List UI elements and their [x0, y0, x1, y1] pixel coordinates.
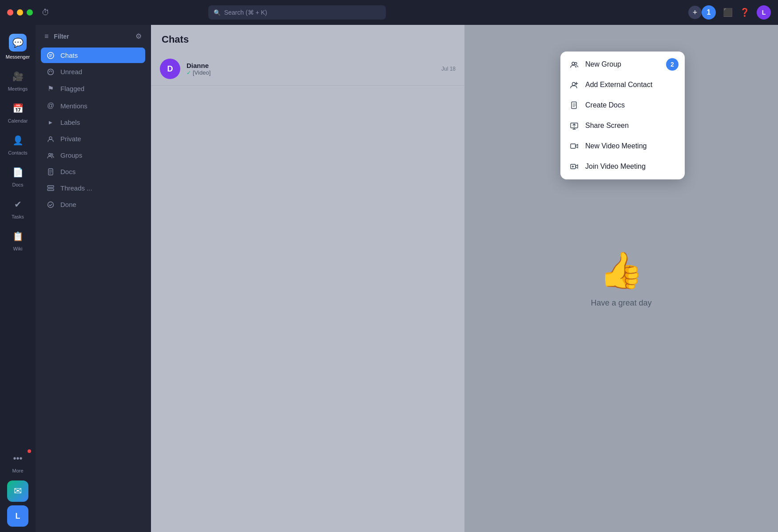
chat-list-title: Chats	[162, 34, 454, 45]
nav-item-flagged[interactable]: ⚑ Flagged	[41, 80, 145, 97]
sidebar-item-calendar[interactable]: 📅 Calendar	[2, 97, 34, 127]
svg-point-3	[49, 153, 51, 155]
svg-point-11	[572, 83, 576, 86]
nav-label-threads: Threads ...	[60, 184, 92, 192]
dropdown-item-new-video-meeting[interactable]: New Video Meeting	[560, 136, 685, 156]
nav-label-chats: Chats	[60, 52, 78, 59]
main-layout: 💬 Messenger 🎥 Meetings 📅 Calendar 👤 Cont…	[0, 0, 778, 532]
dropdown-item-create-docs[interactable]: Create Docs	[560, 95, 685, 115]
nav-item-groups[interactable]: Groups	[41, 147, 145, 163]
chat-status-text: [Video]	[193, 69, 210, 76]
dropdown-item-new-group[interactable]: New Group 2	[560, 54, 685, 75]
chat-status-dianne: ✓ [Video]	[187, 69, 435, 76]
maximize-button[interactable]	[27, 9, 33, 16]
create-docs-icon	[569, 101, 579, 109]
sidebar-item-meetings[interactable]: 🎥 Meetings	[2, 65, 34, 95]
app-icon-2-letter[interactable]: L	[7, 505, 28, 527]
private-icon	[46, 135, 55, 143]
sidebar-item-messenger[interactable]: 💬 Messenger	[2, 30, 34, 63]
sidebar-label-tasks: Tasks	[12, 214, 24, 219]
nav-item-labels[interactable]: ▶ Labels	[41, 115, 145, 130]
sidebar-label-more: More	[12, 468, 23, 473]
chat-info-dianne: Dianne ✓ [Video]	[187, 62, 435, 76]
sidebar-item-more[interactable]: ••• More	[2, 447, 34, 477]
share-screen-icon	[569, 122, 579, 130]
titlebar-actions: + 1 ⬛ ❓ L	[688, 5, 771, 20]
sidebar-item-wiki[interactable]: 📋 Wiki	[2, 225, 34, 255]
dropdown-item-add-external[interactable]: Add External Contact	[560, 75, 685, 95]
left-panel-nav: Chats Unread ⚑ Flagged @ Mentions	[36, 46, 151, 532]
nav-item-mentions[interactable]: @ Mentions	[41, 98, 145, 114]
nav-label-done: Done	[60, 201, 76, 208]
sidebar-bottom: ••• More ✉ L	[2, 447, 34, 527]
groups-icon	[46, 152, 55, 159]
dropdown-label-join-video-meeting: Join Video Meeting	[585, 163, 646, 171]
svg-point-2	[49, 137, 52, 139]
badge-1: 1	[702, 5, 716, 20]
chat-list-header: Chats	[151, 25, 464, 52]
flagged-icon: ⚑	[46, 84, 55, 93]
plus-button[interactable]: +	[688, 6, 702, 19]
chat-list: Chats D Dianne ✓ [Video] Jul 18	[151, 25, 464, 532]
svg-point-4	[51, 154, 53, 155]
left-panel: ≡ Filter ⚙ Chats	[36, 25, 151, 532]
chat-name-dianne: Dianne	[187, 62, 435, 69]
done-icon	[46, 201, 55, 208]
calendar-icon: 📅	[10, 100, 26, 116]
more-notification-badge	[28, 449, 31, 453]
search-icon: 🔍	[214, 9, 221, 16]
dropdown-item-join-video-meeting[interactable]: Join Video Meeting	[560, 156, 685, 177]
dropdown-label-new-video-meeting: New Video Meeting	[585, 142, 647, 150]
sidebar-label-wiki: Wiki	[13, 246, 23, 251]
docs-nav-icon	[46, 168, 55, 175]
wiki-icon: 📋	[10, 228, 26, 244]
dropdown-menu: New Group 2 Add External Contact	[560, 52, 685, 179]
close-button[interactable]	[7, 9, 13, 16]
search-bar[interactable]: 🔍 Search (⌘ + K)	[208, 5, 386, 20]
nav-label-flagged: Flagged	[60, 85, 84, 92]
settings-icon[interactable]: ⚙	[135, 32, 142, 40]
messenger-icon: 💬	[9, 34, 27, 52]
nav-label-mentions: Mentions	[60, 102, 87, 110]
chat-avatar-dianne: D	[160, 59, 180, 79]
app-icon-1[interactable]: ✉	[7, 480, 28, 502]
labels-arrow-icon: ▶	[46, 120, 55, 125]
sidebar-label-calendar: Calendar	[8, 118, 28, 123]
chat-item-dianne[interactable]: D Dianne ✓ [Video] Jul 18	[151, 52, 464, 86]
history-button[interactable]: ⏱	[42, 8, 50, 17]
minimize-button[interactable]	[17, 9, 23, 16]
svg-point-1	[48, 69, 54, 75]
svg-rect-7	[48, 189, 54, 191]
nav-item-docs[interactable]: Docs	[41, 164, 145, 179]
more-icon: •••	[10, 450, 26, 466]
user-avatar[interactable]: L	[757, 5, 771, 20]
svg-rect-6	[48, 186, 54, 187]
sidebar-item-contacts[interactable]: 👤 Contacts	[2, 129, 34, 159]
main-content: 👍 Have a great day New Group 2	[464, 25, 778, 532]
nav-item-private[interactable]: Private	[41, 131, 145, 147]
filter-label: Filter	[54, 33, 130, 40]
filter-icon[interactable]: ≡	[44, 32, 48, 40]
dropdown-label-create-docs: Create Docs	[585, 101, 625, 109]
nav-label-docs: Docs	[60, 168, 75, 175]
status-check-icon: ✓	[187, 70, 191, 76]
nav-item-threads[interactable]: Threads ...	[41, 180, 145, 196]
dropdown-label-share-screen: Share Screen	[585, 122, 629, 130]
help-icon[interactable]: ❓	[740, 8, 750, 17]
screen-monitor-icon[interactable]: ⬛	[723, 8, 733, 17]
traffic-lights	[7, 9, 33, 16]
dropdown-item-share-screen[interactable]: Share Screen	[560, 115, 685, 136]
sidebar-item-tasks[interactable]: ✔ Tasks	[2, 193, 34, 223]
dropdown-label-new-group: New Group	[585, 60, 621, 68]
sidebar-item-docs[interactable]: 📄 Docs	[2, 161, 34, 191]
nav-item-done[interactable]: Done	[41, 197, 145, 212]
nav-item-unread[interactable]: Unread	[41, 64, 145, 79]
titlebar: ⏱ 🔍 Search (⌘ + K) + 1 ⬛ ❓ L	[0, 0, 778, 25]
tasks-icon: ✔	[10, 196, 26, 212]
svg-point-8	[48, 202, 54, 207]
plus-badge-container: + 1	[688, 5, 716, 20]
left-panel-header: ≡ Filter ⚙	[36, 25, 151, 46]
nav-item-chats[interactable]: Chats	[41, 48, 145, 63]
svg-rect-14	[571, 144, 576, 148]
nav-label-private: Private	[60, 135, 81, 143]
